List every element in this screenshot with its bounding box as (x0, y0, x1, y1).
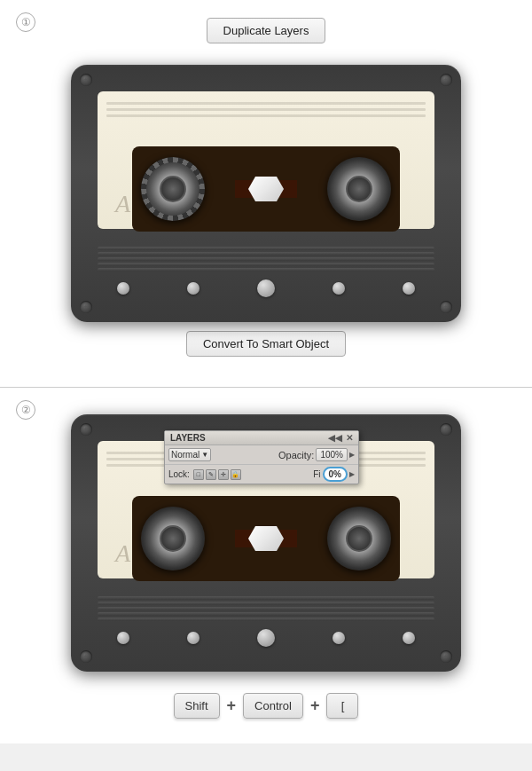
rib (98, 257, 434, 261)
blend-mode-label: Normal (171, 450, 200, 460)
lock-icon-move[interactable]: ✛ (218, 469, 229, 480)
reel-hub-right-1 (346, 176, 372, 202)
shortcut-row: Shift + Control + [ (174, 681, 359, 726)
section-1: ① Duplicate Layers A (0, 0, 532, 388)
reel-right-2 (327, 507, 391, 570)
rib (98, 607, 434, 610)
cassette-body-1: A (71, 65, 461, 322)
tape-exposure-1 (248, 177, 284, 201)
layers-panel-title: LAYERS ◀◀ ✕ (165, 431, 358, 445)
capstan-center (257, 279, 275, 297)
screw-bottom-left-2 (80, 650, 92, 663)
tape-window-2 (132, 496, 400, 581)
capstan-row-2 (89, 629, 443, 647)
tape-exposure-2 (248, 526, 284, 551)
reel-left-1 (141, 157, 205, 221)
label-line (106, 108, 426, 111)
label-letter-2: A (115, 539, 130, 568)
reel-left-2 (141, 507, 205, 570)
close-icon[interactable]: ✕ (346, 433, 353, 443)
rib (98, 268, 434, 271)
cassette-bottom-2 (89, 596, 443, 645)
reel-right-1 (327, 157, 391, 221)
collapse-icon[interactable]: ◀◀ (328, 433, 342, 443)
label-line (106, 114, 426, 117)
fill-group: Fi 0% ▶ (313, 467, 355, 482)
fill-arrow[interactable]: ▶ (349, 470, 355, 478)
rib (98, 612, 434, 616)
ribs-2 (89, 596, 443, 621)
screw-top-left-1 (80, 74, 92, 86)
plus-2: + (310, 696, 320, 715)
blend-mode-arrow: ▼ (201, 451, 208, 459)
blend-mode-select[interactable]: Normal ▼ (168, 448, 211, 461)
plus-1: + (227, 696, 237, 715)
reel-hub-left-2 (160, 525, 186, 552)
opacity-label: Opacity: (278, 450, 314, 460)
section-2: ② A LAYERS ◀◀ ✕ (0, 388, 532, 743)
rib (98, 596, 434, 600)
step-number-2: ② (16, 400, 35, 420)
rib (98, 252, 434, 256)
ribs-1 (89, 247, 443, 271)
layers-title-controls: ◀◀ ✕ (328, 433, 353, 443)
rib (98, 602, 434, 605)
capstan-center-2 (257, 629, 275, 647)
rib (98, 247, 434, 250)
cassette-2-wrapper: A LAYERS ◀◀ ✕ Normal ▼ Opa (71, 414, 461, 672)
capstan-4 (403, 282, 415, 295)
screw-bottom-right-2 (440, 650, 452, 663)
label-lines-1 (98, 91, 434, 121)
key-shift: Shift (174, 693, 220, 719)
layers-title-text: LAYERS (170, 433, 206, 443)
fill-value[interactable]: 0% (323, 467, 348, 482)
rib (98, 263, 434, 266)
key-control: Control (243, 693, 303, 719)
cassette-bottom-1 (89, 247, 443, 295)
layers-blend-row: Normal ▼ Opacity: 100% ▶ (165, 445, 358, 465)
lock-icons-group: □ ✎ ✛ 🔒 (193, 469, 241, 480)
fill-label: Fi (313, 469, 320, 479)
opacity-value[interactable]: 100% (316, 448, 348, 461)
layers-panel: LAYERS ◀◀ ✕ Normal ▼ Opacity: 100% ▶ (164, 430, 359, 484)
cassette-body-2: A LAYERS ◀◀ ✕ Normal ▼ Opa (71, 414, 461, 672)
key-bracket: [ (326, 693, 358, 719)
capstan-5 (117, 632, 129, 644)
tape-center-2 (205, 526, 327, 551)
capstan-2 (187, 282, 200, 295)
capstan-row-1 (89, 279, 443, 297)
capstan-7 (332, 632, 345, 644)
screw-bottom-right-1 (440, 301, 452, 313)
convert-smart-object-button[interactable]: Convert To Smart Object (186, 331, 346, 357)
label-line (106, 102, 426, 105)
tape-window-1 (132, 146, 400, 232)
lock-icon-transparent[interactable]: □ (193, 469, 204, 480)
tape-center-1 (205, 177, 327, 201)
cassette-1: A (71, 65, 461, 322)
capstan-1 (117, 282, 129, 295)
screw-top-right-2 (440, 423, 452, 436)
rib (98, 618, 434, 621)
step-number-1: ① (16, 12, 35, 32)
capstan-6 (187, 632, 200, 644)
capstan-8 (403, 632, 415, 644)
screw-top-right-1 (440, 74, 452, 86)
label-letter-1: A (115, 190, 130, 218)
screw-top-left-2 (80, 423, 92, 436)
lock-label: Lock: (168, 469, 190, 479)
duplicate-layers-button[interactable]: Duplicate Layers (207, 18, 326, 43)
opacity-arrow[interactable]: ▶ (349, 451, 355, 459)
screw-bottom-left-1 (80, 301, 92, 313)
capstan-3 (332, 282, 345, 295)
opacity-group: Opacity: 100% ▶ (278, 448, 355, 461)
reel-hub-right-2 (346, 525, 372, 552)
lock-icon-all[interactable]: 🔒 (231, 469, 241, 480)
lock-icon-draw[interactable]: ✎ (206, 469, 216, 480)
layers-lock-row: Lock: □ ✎ ✛ 🔒 Fi 0% ▶ (165, 465, 358, 484)
